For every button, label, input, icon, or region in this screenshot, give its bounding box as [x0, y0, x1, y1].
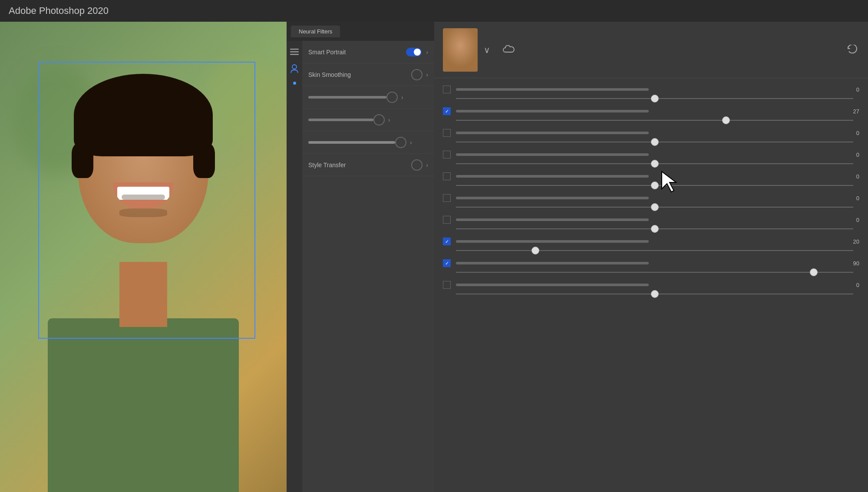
slider-value-9: 90 — [846, 260, 859, 267]
style-transfer-chevron[interactable]: › — [426, 162, 428, 168]
slider-value-5: 0 — [846, 173, 859, 180]
slider-value-6: 0 — [846, 195, 859, 201]
slider-thumb-10[interactable] — [651, 290, 659, 298]
slider-row-header-10: 0 — [443, 277, 859, 293]
filter-toggle-3[interactable] — [395, 137, 406, 148]
slider-track-2 — [456, 120, 853, 121]
slider-label-5 — [456, 175, 649, 178]
undo-btn[interactable] — [845, 43, 859, 57]
slider-track-container-10 — [443, 294, 859, 294]
main-content: Neural Filters — [0, 22, 868, 492]
slider-checkbox-9[interactable] — [443, 259, 451, 267]
slider-track-10 — [456, 294, 853, 294]
slider-thumb-4[interactable] — [651, 160, 659, 168]
slider-value-3: 0 — [846, 130, 859, 136]
skin-smoothing-item: Skin Smoothing › — [302, 63, 434, 86]
svg-rect-1 — [290, 51, 299, 53]
slider-thumb-1[interactable] — [651, 95, 659, 102]
filter-toggle-2[interactable] — [373, 114, 385, 125]
slider-value-1: 0 — [846, 86, 859, 93]
slider-group-3: 0 — [443, 125, 859, 142]
slider-checkbox-10[interactable] — [443, 281, 451, 289]
slider-track-container-5 — [443, 185, 859, 186]
filter-label-bar-2 — [308, 119, 373, 121]
slider-thumb-7[interactable] — [651, 225, 659, 233]
thumbnail-dropdown-btn[interactable]: ∨ — [484, 45, 490, 55]
filter-list: Smart Portrait › Skin Smoothing › › — [302, 41, 434, 492]
skin-smoothing-chevron[interactable]: › — [426, 71, 428, 78]
slider-checkbox-5[interactable] — [443, 172, 451, 180]
slider-value-8: 20 — [846, 238, 859, 245]
slider-track-8 — [456, 250, 853, 251]
slider-checkbox-1[interactable] — [443, 86, 451, 93]
middle-panel-inner: Smart Portrait › Skin Smoothing › › — [287, 41, 434, 492]
slider-label-6 — [456, 197, 649, 199]
filter-label-bar-3 — [308, 141, 395, 144]
filter-list-icon[interactable] — [289, 47, 300, 57]
slider-group-6: 0 — [443, 190, 859, 208]
filter-toggle-1[interactable] — [386, 92, 398, 103]
slider-value-4: 0 — [846, 152, 859, 158]
mustache — [122, 195, 165, 200]
slider-track-4 — [456, 163, 853, 164]
slider-track-container-6 — [443, 207, 859, 208]
slider-track-7 — [456, 228, 853, 229]
slider-checkbox-2[interactable] — [443, 107, 451, 115]
filter-chevron-2[interactable]: › — [388, 116, 390, 123]
middle-panel: Neural Filters — [287, 22, 434, 492]
filter-label-bar-1 — [308, 96, 386, 99]
slider-group-2: 27 — [443, 103, 859, 121]
slider-label-2 — [456, 110, 649, 112]
slider-thumb-6[interactable] — [651, 203, 659, 211]
slider-checkbox-4[interactable] — [443, 151, 451, 158]
slider-group-8: 20 — [443, 234, 859, 251]
slider-row-header-8: 20 — [443, 234, 859, 249]
slider-thumb-3[interactable] — [651, 138, 659, 146]
slider-track-9 — [456, 272, 853, 273]
sliders-area: 0 27 — [434, 78, 868, 492]
slider-thumb-9[interactable] — [810, 268, 818, 276]
person-filter-icon[interactable] — [289, 63, 300, 74]
slider-value-2: 27 — [846, 108, 859, 115]
skin-smoothing-label: Skin Smoothing — [308, 71, 411, 78]
title-bar: Adobe Photoshop 2020 — [0, 0, 868, 22]
slider-group-7: 0 — [443, 212, 859, 229]
slider-row-header-2: 27 — [443, 103, 859, 119]
filter-chevron-3[interactable]: › — [410, 139, 412, 146]
slider-checkbox-6[interactable] — [443, 194, 451, 202]
slider-row-header-9: 90 — [443, 255, 859, 271]
slider-track-6 — [456, 207, 853, 208]
slider-group-10: 0 — [443, 277, 859, 294]
slider-checkbox-7[interactable] — [443, 216, 451, 224]
filter-row-2: › — [302, 109, 434, 131]
filter-row-3: › — [302, 131, 434, 154]
filter-chevron-1[interactable]: › — [401, 94, 403, 101]
style-transfer-toggle[interactable] — [411, 159, 422, 171]
slider-track-5 — [456, 185, 853, 186]
slider-thumb-8[interactable] — [531, 247, 539, 254]
smart-portrait-toggle[interactable] — [406, 48, 422, 56]
right-panel-header: ∨ — [434, 22, 868, 78]
svg-point-3 — [292, 65, 297, 69]
slider-thumb-5[interactable] — [651, 182, 659, 189]
chin-hair — [119, 208, 167, 217]
portrait-thumbnail — [443, 28, 478, 72]
skin-smoothing-toggle[interactable] — [411, 69, 422, 80]
slider-row-header-3: 0 — [443, 125, 859, 141]
slider-row-header-1: 0 — [443, 82, 859, 97]
slider-checkbox-3[interactable] — [443, 129, 451, 137]
style-transfer-item: Style Transfer › — [302, 154, 434, 176]
slider-checkbox-8[interactable] — [443, 238, 451, 245]
svg-rect-2 — [290, 54, 299, 55]
slider-track-container-2 — [443, 120, 859, 121]
slider-track-container-9 — [443, 272, 859, 273]
active-indicator-dot — [293, 82, 296, 85]
cloud-upload-btn[interactable] — [501, 42, 517, 58]
slider-thumb-2[interactable] — [722, 116, 730, 124]
slider-group-4: 0 — [443, 147, 859, 164]
icon-strip — [287, 41, 302, 492]
slider-track-container-1 — [443, 98, 859, 99]
slider-label-1 — [456, 88, 649, 91]
neural-filters-tab[interactable]: Neural Filters — [291, 26, 340, 37]
smart-portrait-chevron[interactable]: › — [426, 49, 428, 56]
